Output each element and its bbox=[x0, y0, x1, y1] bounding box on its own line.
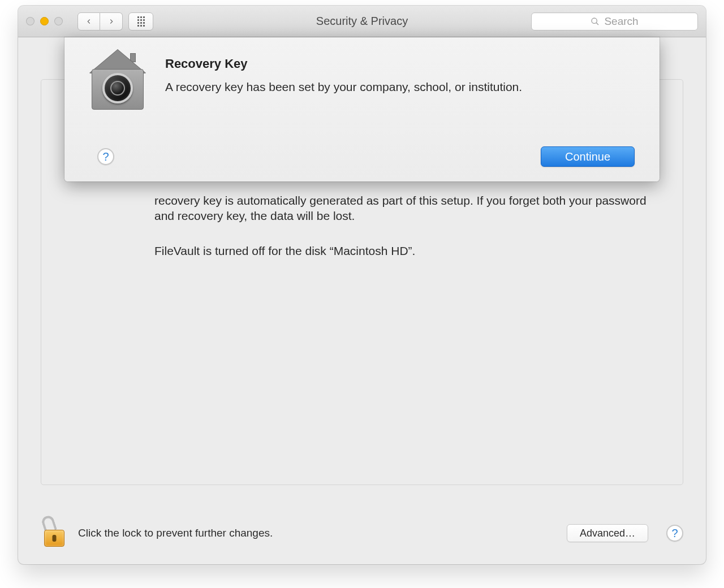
grid-icon bbox=[137, 16, 145, 27]
chevron-right-icon bbox=[107, 18, 115, 25]
dialog-message: A recovery key has been set by your comp… bbox=[165, 79, 522, 94]
chevron-left-icon bbox=[85, 18, 93, 25]
zoom-window-button[interactable] bbox=[54, 17, 63, 25]
continue-button[interactable]: Continue bbox=[541, 146, 635, 167]
minimize-window-button[interactable] bbox=[40, 17, 49, 25]
question-mark-icon: ? bbox=[671, 527, 678, 540]
question-mark-icon: ? bbox=[102, 150, 109, 163]
window-controls bbox=[26, 17, 63, 25]
svg-line-1 bbox=[596, 23, 598, 25]
search-icon bbox=[591, 17, 600, 26]
close-window-button[interactable] bbox=[26, 17, 35, 25]
forward-button[interactable] bbox=[100, 12, 123, 31]
titlebar: Security & Privacy Search bbox=[18, 6, 706, 37]
show-all-button[interactable] bbox=[128, 12, 153, 31]
advanced-button[interactable]: Advanced… bbox=[567, 524, 648, 542]
filevault-icon bbox=[89, 57, 146, 113]
description-line-1: recovery key is automatically generated … bbox=[154, 193, 665, 224]
filevault-description: recovery key is automatically generated … bbox=[154, 193, 665, 258]
help-button[interactable]: ? bbox=[666, 525, 683, 542]
lock-body-icon bbox=[44, 530, 64, 547]
search-field[interactable]: Search bbox=[531, 12, 698, 31]
back-button[interactable] bbox=[77, 12, 100, 31]
footer: Click the lock to prevent further change… bbox=[18, 502, 706, 564]
toolbar-nav bbox=[77, 12, 153, 31]
lock-hint-text: Click the lock to prevent further change… bbox=[78, 527, 273, 539]
description-line-2: FileVault is turned off for the disk “Ma… bbox=[154, 243, 665, 258]
svg-point-0 bbox=[592, 18, 597, 23]
preferences-window: Security & Privacy Search recovery key i… bbox=[18, 6, 706, 564]
recovery-key-dialog: Recovery Key A recovery key has been set… bbox=[64, 37, 660, 181]
window-title: Security & Privacy bbox=[316, 15, 408, 28]
dialog-heading: Recovery Key bbox=[165, 57, 522, 71]
lock-button[interactable] bbox=[41, 517, 68, 549]
dialog-help-button[interactable]: ? bbox=[97, 148, 114, 165]
search-placeholder: Search bbox=[604, 15, 638, 28]
